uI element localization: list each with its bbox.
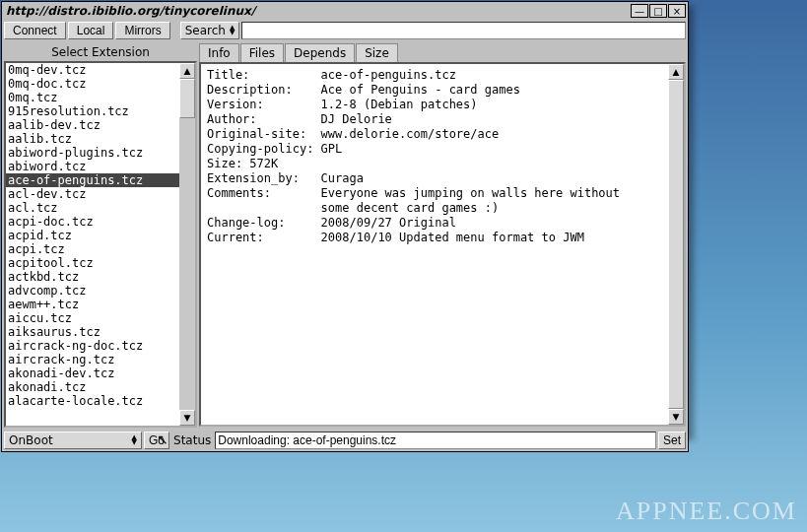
tab-size[interactable]: Size xyxy=(356,43,398,62)
info-scroll-down[interactable]: ▼ xyxy=(668,409,684,425)
list-item[interactable]: acpi-doc.tcz xyxy=(6,215,179,229)
list-item[interactable]: aalib-dev.tcz xyxy=(6,118,179,132)
tab-files[interactable]: Files xyxy=(240,43,284,62)
scroll-thumb[interactable] xyxy=(179,79,195,118)
list-item[interactable]: acpid.tcz xyxy=(6,229,179,242)
scrollbar[interactable]: ▲ ▼ xyxy=(179,63,195,426)
list-item[interactable]: abiword-plugins.tcz xyxy=(6,146,179,160)
go-button[interactable]: Go xyxy=(144,432,169,449)
watermark: APPNEE.COM xyxy=(616,497,797,526)
spinner-icon: ▲▼ xyxy=(132,435,137,445)
extension-list[interactable]: 0mq-dev.tcz0mq-doc.tcz0mq.tcz915resoluti… xyxy=(6,63,179,426)
list-item[interactable]: acl.tcz xyxy=(6,201,179,215)
list-item[interactable]: alacarte-locale.tcz xyxy=(6,394,179,408)
close-button[interactable]: × xyxy=(668,4,686,18)
list-item[interactable]: abiword.tcz xyxy=(6,160,179,173)
window-title: http://distro.ibiblio.org/tinycorelinux/ xyxy=(4,4,630,18)
list-item[interactable]: acl-dev.tcz xyxy=(6,187,179,201)
list-item[interactable]: 0mq-dev.tcz xyxy=(6,63,179,77)
info-content: Title: ace-of-penguins.tcz Description: … xyxy=(201,64,668,425)
info-scroll-thumb[interactable] xyxy=(668,80,684,409)
tab-info[interactable]: Info xyxy=(199,43,239,62)
status-label: Status xyxy=(171,433,213,447)
info-scrollbar[interactable]: ▲ ▼ xyxy=(668,64,684,425)
tab-depends[interactable]: Depends xyxy=(285,43,355,62)
list-item[interactable]: 0mq-doc.tcz xyxy=(6,77,179,91)
search-label: Search xyxy=(185,24,226,37)
main-area: Select Extension 0mq-dev.tcz0mq-doc.tcz0… xyxy=(2,41,688,430)
mirrors-button[interactable]: Mirrors xyxy=(115,22,169,39)
mode-label: OnBoot xyxy=(9,433,53,447)
list-item[interactable]: aircrack-ng.tcz xyxy=(6,353,179,366)
list-item[interactable]: akonadi-dev.tcz xyxy=(6,366,179,380)
left-header: Select Extension xyxy=(4,43,197,61)
list-item[interactable]: aewm++.tcz xyxy=(6,298,179,311)
connect-button[interactable]: Connect xyxy=(4,22,66,39)
info-panel: Title: ace-of-penguins.tcz Description: … xyxy=(199,62,686,427)
scroll-track[interactable] xyxy=(179,79,195,410)
left-pane: Select Extension 0mq-dev.tcz0mq-doc.tcz0… xyxy=(4,43,197,428)
list-item[interactable]: 915resolution.tcz xyxy=(6,104,179,118)
scroll-down-button[interactable]: ▼ xyxy=(179,410,195,426)
list-item[interactable]: actkbd.tcz xyxy=(6,270,179,284)
list-item[interactable]: acpitool.tcz xyxy=(6,256,179,270)
local-button[interactable]: Local xyxy=(68,22,114,39)
scroll-up-button[interactable]: ▲ xyxy=(179,63,195,79)
bottom-bar: OnBoot ▲▼ Go Status Set xyxy=(2,430,688,451)
search-input[interactable] xyxy=(241,22,686,39)
set-button[interactable]: Set xyxy=(658,432,686,449)
list-item[interactable]: acpi.tcz xyxy=(6,242,179,256)
list-item[interactable]: aircrack-ng-doc.tcz xyxy=(6,339,179,353)
mode-dropdown[interactable]: OnBoot ▲▼ xyxy=(4,432,142,449)
search-dropdown[interactable]: Search ▲▼ xyxy=(180,22,240,39)
list-item[interactable]: aiksaurus.tcz xyxy=(6,325,179,339)
minimize-button[interactable]: — xyxy=(631,4,648,18)
toolbar: Connect Local Mirrors Search ▲▼ xyxy=(2,20,688,41)
info-scroll-up[interactable]: ▲ xyxy=(668,64,684,80)
right-pane: InfoFilesDependsSize Title: ace-of-pengu… xyxy=(199,43,686,428)
list-item[interactable]: aiccu.tcz xyxy=(6,311,179,325)
list-item[interactable]: advcomp.tcz xyxy=(6,284,179,298)
titlebar: http://distro.ibiblio.org/tinycorelinux/… xyxy=(2,2,688,20)
extension-list-container: 0mq-dev.tcz0mq-doc.tcz0mq.tcz915resoluti… xyxy=(4,61,197,428)
list-item[interactable]: aalib.tcz xyxy=(6,132,179,146)
status-field xyxy=(215,432,656,449)
app-window: http://distro.ibiblio.org/tinycorelinux/… xyxy=(1,1,689,452)
spinner-icon: ▲▼ xyxy=(230,26,235,35)
list-item[interactable]: akonadi.tcz xyxy=(6,380,179,394)
list-item[interactable]: 0mq.tcz xyxy=(6,91,179,104)
info-scroll-track[interactable] xyxy=(668,80,684,409)
list-item[interactable]: ace-of-penguins.tcz xyxy=(6,173,179,187)
tabs: InfoFilesDependsSize xyxy=(199,43,686,62)
maximize-button[interactable]: □ xyxy=(649,4,667,18)
